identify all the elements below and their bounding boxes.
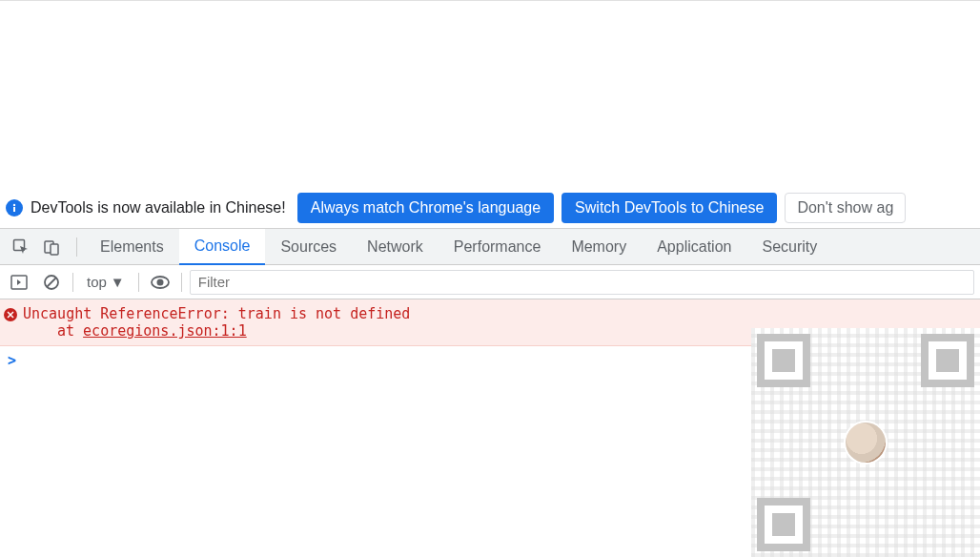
switch-language-button[interactable]: Switch DevTools to Chinese — [561, 193, 777, 223]
error-text: Uncaught ReferenceError: train is not de… — [23, 305, 972, 322]
infobar-message: DevTools is now available in Chinese! — [31, 199, 286, 217]
match-language-button[interactable]: Always match Chrome's language — [297, 193, 554, 223]
console-toolbar: top ▼ — [0, 265, 980, 299]
error-source-link[interactable]: ecoregions.json:1:1 — [83, 322, 247, 340]
page-content-area — [0, 0, 980, 188]
svg-rect-4 — [51, 244, 58, 255]
tab-elements[interactable]: Elements — [85, 229, 179, 265]
error-at-label: at — [57, 322, 83, 340]
clear-console-icon[interactable] — [38, 269, 65, 296]
tab-network[interactable]: Network — [352, 229, 439, 265]
device-toolbar-icon[interactable] — [38, 234, 65, 260]
info-icon — [6, 199, 23, 217]
inspect-element-icon[interactable] — [8, 234, 34, 260]
qr-code-overlay — [751, 328, 980, 557]
language-infobar: DevTools is now available in Chinese! Al… — [0, 188, 980, 229]
svg-point-0 — [13, 204, 15, 206]
svg-point-9 — [156, 278, 163, 285]
error-icon — [4, 308, 17, 321]
toggle-sidebar-icon[interactable] — [6, 269, 32, 296]
tab-application[interactable]: Application — [642, 229, 746, 265]
qr-center-avatar — [846, 423, 886, 463]
toolbar-separator — [72, 273, 73, 292]
context-label: top — [87, 274, 107, 290]
tab-sources[interactable]: Sources — [265, 229, 352, 265]
tab-security[interactable]: Security — [746, 229, 832, 265]
chevron-down-icon: ▼ — [111, 274, 125, 290]
devtools-tabbar: Elements Console Sources Network Perform… — [0, 229, 980, 265]
toolbar-separator — [181, 273, 182, 292]
tab-memory[interactable]: Memory — [556, 229, 642, 265]
dismiss-infobar-button[interactable]: Don't show ag — [785, 193, 906, 223]
execution-context-select[interactable]: top ▼ — [81, 272, 131, 292]
tab-performance[interactable]: Performance — [439, 229, 557, 265]
svg-rect-1 — [13, 207, 15, 212]
svg-line-7 — [47, 278, 56, 287]
tabbar-separator — [76, 237, 77, 257]
chevron-right-icon: > — [8, 352, 16, 369]
tab-console[interactable]: Console — [179, 229, 266, 265]
filter-input[interactable] — [190, 270, 974, 295]
toolbar-separator — [138, 273, 139, 292]
live-expression-icon[interactable] — [147, 269, 174, 296]
